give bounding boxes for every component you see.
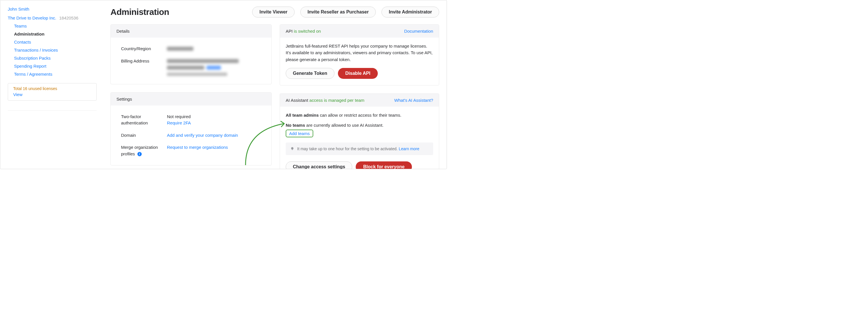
sidebar-item-spending-report[interactable]: Spending Report [14,64,97,68]
sidebar-item-transactions[interactable]: Transactions / Invoices [14,48,97,52]
twofa-label: Two-factor authentication [121,113,161,127]
api-card: API is switched on Documentation JetBrai… [280,24,439,86]
ai-line-2: No teams are currently allowed to use AI… [286,122,433,128]
details-card: Details Country/Region Billing Address [111,24,272,84]
require-2fa-link[interactable]: Require 2FA [167,121,191,125]
sidebar-nav: Teams Administration Contacts Transactio… [8,24,97,76]
details-title: Details [117,29,130,34]
ai-info-box: It may take up to one hour for the setti… [286,142,433,155]
header-buttons: Invite Viewer Invite Reseller as Purchas… [252,7,439,18]
settings-card-body: Two-factor authentication Not required R… [111,105,271,165]
left-column: Details Country/Region Billing Address [111,24,272,169]
billing-label: Billing Address [121,58,161,76]
merge-organizations-link[interactable]: Request to merge organizations [167,145,228,150]
details-card-body: Country/Region Billing Address [111,38,271,84]
user-link[interactable]: John Smith [8,7,97,11]
add-teams-link[interactable]: Add teams [289,131,310,136]
country-row: Country/Region [121,43,261,55]
details-card-header: Details [111,25,271,38]
sidebar: John Smith The Drive to Develop Inc. 184… [8,7,97,169]
merge-label: Merge organization profiles i [121,144,161,157]
add-domain-link[interactable]: Add and verify your company domain [167,133,238,138]
disable-api-button[interactable]: Disable API [338,68,378,79]
twofa-status: Not required [167,113,261,120]
invite-admin-button[interactable]: Invite Administrator [381,7,439,18]
learn-more-link[interactable]: Learn more [399,146,420,151]
sidebar-divider [8,110,97,111]
change-access-settings-button[interactable]: Change access settings [286,161,352,169]
right-column: API is switched on Documentation JetBrai… [280,24,439,169]
view-licenses-link[interactable]: View [13,92,22,97]
generate-token-button[interactable]: Generate Token [286,68,335,79]
billing-row: Billing Address [121,55,261,79]
ai-title: AI Assistant access is managed per team [286,98,364,103]
ai-card-body: All team admins can allow or restrict ac… [280,107,439,169]
api-card-header: API is switched on Documentation [280,25,439,38]
merge-row: Merge organization profiles i Request to… [121,141,261,160]
api-title: API is switched on [286,29,321,34]
ai-info-text: It may take up to one hour for the setti… [297,146,420,151]
sidebar-item-contacts[interactable]: Contacts [14,40,97,44]
settings-card: Settings Two-factor authentication Not r… [111,92,272,166]
cards-row: Details Country/Region Billing Address [111,24,439,169]
unused-licenses-card: Total 16 unused licenses View [8,83,97,101]
domain-label: Domain [121,132,161,139]
add-teams-highlight: Add teams [286,130,313,137]
settings-title: Settings [117,97,132,101]
sidebar-item-administration[interactable]: Administration [14,32,97,36]
block-for-everyone-button[interactable]: Block for everyone [356,161,412,169]
billing-value [167,58,261,76]
sidebar-item-subscription-packs[interactable]: Subscription Packs [14,56,97,60]
ai-line-1: All team admins can allow or restrict ac… [286,112,433,119]
org-id: 18420536 [59,15,78,20]
country-label: Country/Region [121,45,161,52]
ai-assistant-card: AI Assistant access is managed per team … [280,94,439,169]
twofa-row: Two-factor authentication Not required R… [121,111,261,129]
twofa-value: Not required Require 2FA [167,113,261,127]
sidebar-item-terms[interactable]: Terms / Agreements [14,72,97,76]
info-icon[interactable]: i [137,152,142,156]
invite-reseller-button[interactable]: Invite Reseller as Purchaser [300,7,376,18]
header-row: Administration Invite Viewer Invite Rese… [111,7,439,18]
settings-card-header: Settings [111,93,271,105]
api-documentation-link[interactable]: Documentation [404,29,433,34]
api-description: JetBrains full-featured REST API helps y… [280,38,439,63]
page-title: Administration [111,7,169,17]
unused-licenses-text: Total 16 unused licenses [13,86,91,91]
org-link[interactable]: The Drive to Develop Inc. [8,15,56,20]
ai-card-header: AI Assistant access is managed per team … [280,94,439,107]
api-buttons: Generate Token Disable API [280,68,439,85]
domain-row: Domain Add and verify your company domai… [121,129,261,142]
main: Administration Invite Viewer Invite Rese… [111,7,439,169]
whats-ai-assistant-link[interactable]: What's AI Assistant? [395,98,433,103]
org-row: The Drive to Develop Inc. 18420536 [8,15,97,20]
invite-viewer-button[interactable]: Invite Viewer [252,7,294,18]
sidebar-item-teams[interactable]: Teams [14,24,97,28]
lightbulb-icon [290,147,294,151]
country-value [167,45,261,52]
ai-buttons: Change access settings Block for everyon… [286,161,433,169]
